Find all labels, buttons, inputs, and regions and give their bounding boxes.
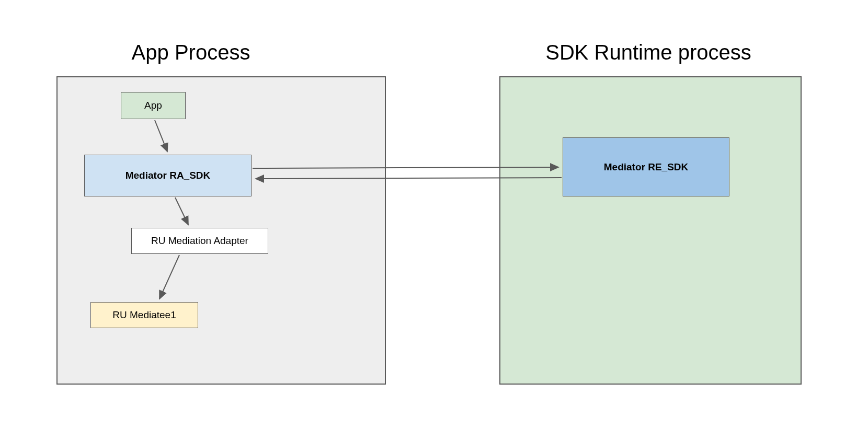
box-app-label: App [144, 100, 162, 111]
container-sdk-runtime [499, 76, 802, 385]
box-mediator-re-label: Mediator RE_SDK [604, 161, 689, 173]
box-mediator-re-sdk: Mediator RE_SDK [563, 137, 729, 196]
box-mediatee: RU Mediatee1 [90, 302, 198, 328]
title-sdk-runtime: SDK Runtime process [536, 41, 761, 64]
box-mediation-adapter: RU Mediation Adapter [131, 228, 268, 254]
box-adapter-label: RU Mediation Adapter [151, 235, 248, 247]
box-mediator-ra-sdk: Mediator RA_SDK [84, 155, 252, 196]
box-mediator-ra-label: Mediator RA_SDK [125, 170, 211, 181]
title-app-process: App Process [125, 41, 256, 64]
box-mediatee-label: RU Mediatee1 [112, 309, 176, 321]
box-app: App [121, 92, 186, 119]
